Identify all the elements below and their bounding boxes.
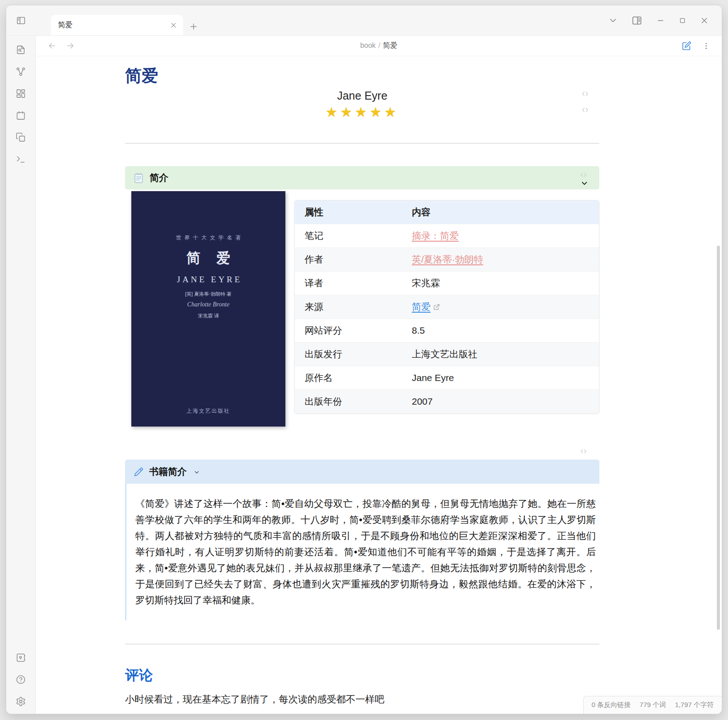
titlebar: 简爱: [6, 5, 722, 36]
table-row: 原作名 Jane Eyre: [295, 366, 599, 390]
notepad-icon: [133, 172, 144, 184]
comment-text: 小时候看过，现在基本忘了剧情了，每次读的感受都不一样吧: [125, 693, 599, 706]
external-link-icon[interactable]: [433, 304, 440, 310]
col-header-property: 属性: [295, 201, 402, 224]
edit-mode-toggle-icon[interactable]: [682, 41, 691, 50]
terminal-icon[interactable]: [16, 154, 26, 164]
more-options-icon[interactable]: [702, 42, 710, 50]
comments-heading: 评论: [125, 666, 599, 685]
cover-author-en: Charlotte Bronte: [131, 301, 285, 308]
book-subtitle: Jane Eyre: [125, 89, 599, 102]
tab-close-icon[interactable]: [170, 22, 177, 29]
col-header-content: 内容: [402, 201, 599, 224]
divider: [125, 143, 599, 144]
author-link[interactable]: 英/夏洛蒂·勃朗特: [412, 254, 483, 264]
cover-series-label: 世界十大文学名著: [131, 234, 285, 242]
help-icon[interactable]: [16, 674, 26, 685]
file-search-icon[interactable]: [16, 45, 26, 55]
star-rating: ★★★★★: [125, 104, 599, 120]
summary-callout: 书籍简介 《简爱》讲述了这样一个故事：简•爱自幼父母双亡，投靠冷酷的舅母，但舅母…: [125, 460, 599, 620]
left-sidebar-toggle-icon[interactable]: [16, 16, 26, 25]
chevron-down-icon[interactable]: [580, 179, 589, 188]
table-row: 出版发行 上海文艺出版社: [295, 343, 599, 366]
canvas-icon[interactable]: [16, 88, 26, 99]
app-window: 简爱: [6, 5, 722, 714]
table-row: 作者 英/夏洛蒂·勃朗特: [295, 248, 599, 272]
edit-code-icon[interactable]: [582, 90, 589, 97]
cover-title-en: JANE EYRE: [131, 275, 285, 285]
window-controls: [609, 5, 722, 35]
tab-list-chevron-icon[interactable]: [609, 16, 617, 25]
maximize-icon[interactable]: [679, 17, 686, 24]
table-header-row: 属性 内容: [295, 201, 599, 224]
right-sidebar-toggle-icon[interactable]: [632, 15, 642, 26]
intro-callout: 简介 世界十大文学名著: [125, 166, 599, 436]
summary-callout-header[interactable]: 书籍简介: [125, 460, 599, 484]
word-count: 779 个词: [640, 701, 666, 709]
summary-text: 《简爱》讲述了这样一个故事：简•爱自幼父母双亡，投靠冷酷的舅母，但舅母无情地抛弃…: [125, 484, 599, 620]
page-title: 简爱: [125, 66, 599, 86]
char-count: 1,797 个字符: [675, 701, 714, 709]
summary-callout-title: 书籍简介: [149, 465, 187, 478]
tab-title: 简爱: [58, 21, 170, 30]
editor-pane: book/简爱 简爱 Jane Eyre ★★★★★: [36, 36, 722, 714]
intro-callout-title: 简介: [150, 172, 168, 184]
forward-arrow-icon[interactable]: [66, 41, 75, 50]
minimize-icon[interactable]: [657, 17, 665, 25]
back-arrow-icon[interactable]: [47, 41, 57, 50]
cover-author: [英] 夏洛蒂·勃朗特 著: [131, 291, 285, 297]
graph-view-icon[interactable]: [16, 67, 26, 77]
table-row: 出版年份 2007: [295, 390, 599, 414]
tab-active[interactable]: 简爱: [51, 15, 183, 35]
left-ribbon: [6, 36, 36, 714]
pencil-icon: [134, 467, 143, 477]
editor-header: book/简爱: [36, 36, 722, 56]
edit-code-icon[interactable]: [580, 448, 587, 455]
tab-bar: 简爱: [36, 5, 609, 35]
note-link[interactable]: 摘录：简爱: [412, 230, 459, 241]
cover-publisher: 上海文艺出版社: [131, 407, 285, 415]
cover-title: 简爱: [131, 249, 285, 268]
book-cover-image: 世界十大文学名著 简爱 JANE EYRE [英] 夏洛蒂·勃朗特 著 Char…: [131, 191, 285, 427]
divider: [125, 644, 599, 645]
table-row: 网站评分 8.5: [295, 319, 599, 343]
source-link[interactable]: 简爱: [412, 301, 431, 313]
table-row: 来源 简爱: [295, 295, 599, 319]
intro-callout-header[interactable]: 简介: [125, 166, 599, 189]
properties-table: 属性 内容 笔记 摘录：简爱: [294, 200, 599, 414]
breadcrumb-file[interactable]: 简爱: [383, 42, 397, 49]
new-tab-icon[interactable]: [189, 22, 198, 31]
edit-code-icon[interactable]: [580, 172, 587, 178]
table-row: 笔记 摘录：简爱: [295, 224, 599, 248]
breadcrumb-folder[interactable]: book: [360, 42, 376, 49]
breadcrumb-separator: /: [378, 42, 380, 49]
intro-callout-body: 世界十大文学名著 简爱 JANE EYRE [英] 夏洛蒂·勃朗特 著 Char…: [125, 189, 599, 436]
calendar-icon[interactable]: [16, 110, 26, 121]
cover-translator: 宋兆霖 译: [131, 313, 285, 319]
status-bar: 0 条反向链接 779 个词 1,797 个字符: [583, 696, 722, 714]
note-content: 简爱 Jane Eyre ★★★★★: [36, 56, 722, 714]
edit-code-icon[interactable]: [582, 106, 589, 113]
backlinks-count[interactable]: 0 条反向链接: [592, 701, 631, 709]
settings-gear-icon[interactable]: [16, 696, 26, 707]
vault-switcher-icon[interactable]: [16, 653, 26, 663]
copy-icon[interactable]: [16, 132, 26, 142]
breadcrumb[interactable]: book/简爱: [146, 41, 612, 50]
vertical-scrollbar[interactable]: [717, 246, 720, 630]
chevron-down-icon[interactable]: [193, 469, 200, 476]
close-window-icon[interactable]: [700, 17, 708, 25]
table-row: 译者 宋兆霖: [295, 272, 599, 295]
